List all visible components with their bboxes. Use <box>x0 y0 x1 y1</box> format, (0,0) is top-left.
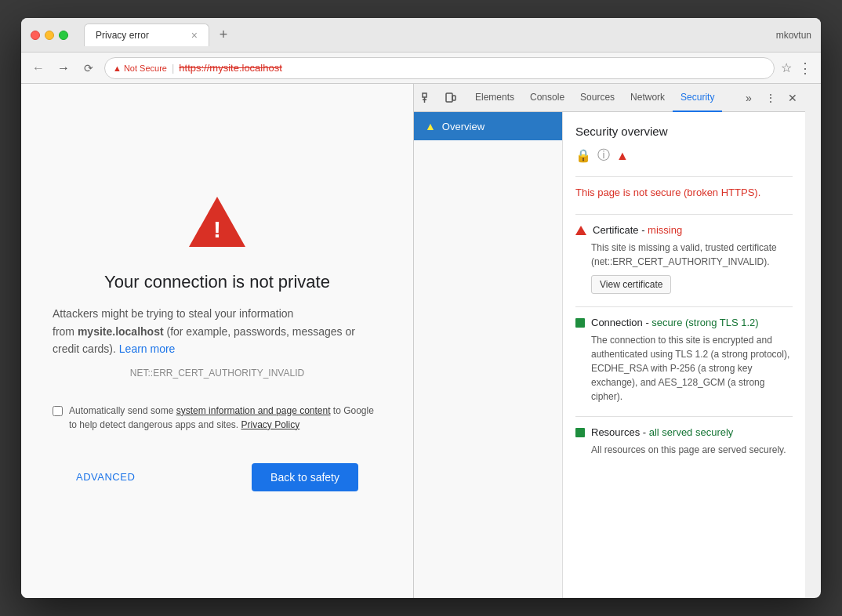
certificate-error-icon <box>575 226 586 235</box>
warning-icon: ▲ <box>616 149 629 163</box>
maximize-button[interactable] <box>59 31 68 40</box>
tab-sources[interactable]: Sources <box>572 84 622 112</box>
profile-name: mkovtun <box>776 30 811 41</box>
active-tab[interactable]: Privacy error × <box>84 24 209 46</box>
url-bar: ← → ⟳ ▲ Not Secure | https://mysite.loca… <box>21 53 821 84</box>
title-bar: Privacy error × + mkovtun <box>21 18 821 53</box>
browser-window: Privacy error × + mkovtun ← → ⟳ ▲ Not Se… <box>21 18 821 598</box>
divider-4 <box>575 416 793 417</box>
certificate-section: Certificate - missing This site is missi… <box>575 224 793 294</box>
info-checkbox[interactable] <box>53 406 63 416</box>
error-code: NET::ERR_CERT_AUTHORITY_INVALID <box>130 368 304 379</box>
checkbox-text: Automatically send some system informati… <box>69 404 382 432</box>
not-secure-label: Not Secure <box>124 63 167 73</box>
more-tabs-button[interactable]: » <box>739 89 758 107</box>
system-info-link[interactable]: system information and page content <box>176 405 331 416</box>
tab-close-button[interactable]: × <box>191 29 198 42</box>
button-row: ADVANCED Back to safety <box>76 463 358 491</box>
checkbox-label-1: Automatically send some <box>69 405 176 416</box>
connection-status: secure (strong TLS 1.2) <box>651 317 758 328</box>
svg-rect-2 <box>423 93 426 97</box>
tab-security[interactable]: Security <box>673 84 722 112</box>
error-domain: mysite.localhost <box>78 325 164 338</box>
tab-elements[interactable]: Elements <box>467 84 522 112</box>
inspect-element-icon[interactable] <box>417 88 437 108</box>
devtools-tabs: Elements Console Sources Network Securit… <box>414 84 805 112</box>
warning-triangle-icon: ▲ <box>113 63 122 73</box>
tab-console[interactable]: Console <box>522 84 572 112</box>
error-triangle-icon: ! <box>186 190 249 253</box>
learn-more-link[interactable]: Learn more <box>119 342 176 355</box>
resources-section: Resources - all served securely All reso… <box>575 426 793 457</box>
sidebar-item-overview[interactable]: ▲ Overview <box>414 112 562 140</box>
devtools-close-button[interactable]: ✕ <box>783 89 802 107</box>
overview-warning-icon: ▲ <box>425 120 436 132</box>
divider-1 <box>575 176 793 177</box>
device-toolbar-icon[interactable] <box>441 88 461 108</box>
error-description: Attackers might be trying to steal your … <box>53 305 382 357</box>
devtools-panel: Elements Console Sources Network Securit… <box>413 84 805 598</box>
tab-network[interactable]: Network <box>622 84 673 112</box>
back-button[interactable]: ← <box>29 59 48 78</box>
tab-bar: Privacy error × + <box>84 24 776 46</box>
advanced-button[interactable]: ADVANCED <box>76 471 135 483</box>
connection-ok-icon <box>575 318 585 328</box>
view-certificate-button[interactable]: View certificate <box>591 275 671 294</box>
security-warning: ▲ Not Secure <box>113 63 167 73</box>
bookmark-icon[interactable]: ☆ <box>781 60 792 75</box>
resources-status: all served securely <box>649 426 734 438</box>
resources-description: All resources on this page are served se… <box>591 443 793 457</box>
devtools-security-main: Security overview 🔒 ⓘ ▲ This page is not… <box>563 112 805 598</box>
devtools-body: ▲ Overview Security overview 🔒 ⓘ ▲ This … <box>414 112 805 598</box>
overview-label: Overview <box>442 121 485 132</box>
new-tab-button[interactable]: + <box>212 24 234 46</box>
refresh-button[interactable]: ⟳ <box>79 59 98 78</box>
traffic-lights <box>31 31 68 40</box>
connection-title: Connection - secure (strong TLS 1.2) <box>591 317 759 328</box>
divider-2 <box>575 214 793 215</box>
url-text: https://mysite.localhost <box>179 62 282 74</box>
certificate-title: Certificate - missing <box>593 224 682 236</box>
svg-rect-6 <box>452 96 455 100</box>
error-title: Your connection is not private <box>104 272 330 292</box>
checkbox-row: Automatically send some system informati… <box>53 404 382 432</box>
broken-https-text: This page is not secure (broken HTTPS). <box>575 187 793 198</box>
url-divider: | <box>172 62 174 74</box>
privacy-policy-link[interactable]: Privacy Policy <box>241 419 300 430</box>
svg-rect-5 <box>446 93 452 102</box>
resources-header: Resources - all served securely <box>575 426 793 438</box>
divider-3 <box>575 306 793 307</box>
connection-section: Connection - secure (strong TLS 1.2) The… <box>575 317 793 404</box>
main-content: ! Your connection is not private Attacke… <box>21 84 821 598</box>
page-error-content: ! Your connection is not private Attacke… <box>21 84 413 598</box>
devtools-tab-actions: » ⋮ ✕ <box>739 89 802 107</box>
svg-text:!: ! <box>213 216 221 242</box>
devtools-settings-button[interactable]: ⋮ <box>761 89 780 107</box>
menu-button[interactable]: ⋮ <box>798 60 813 77</box>
minimize-button[interactable] <box>45 31 54 40</box>
certificate-status: missing <box>648 224 682 236</box>
certificate-header: Certificate - missing <box>575 224 793 236</box>
forward-button[interactable]: → <box>54 59 73 78</box>
back-to-safety-button[interactable]: Back to safety <box>252 463 358 491</box>
connection-header: Connection - secure (strong TLS 1.2) <box>575 317 793 328</box>
devtools-icon-buttons <box>417 88 461 108</box>
certificate-description: This site is missing a valid, trusted ce… <box>591 241 793 269</box>
close-button[interactable] <box>31 31 40 40</box>
security-status-icons: 🔒 ⓘ ▲ <box>575 147 793 164</box>
address-bar[interactable]: ▲ Not Secure | https://mysite.localhost <box>104 57 775 79</box>
resources-ok-icon <box>575 428 585 437</box>
devtools-sidebar: ▲ Overview <box>414 112 563 598</box>
info-icon: ⓘ <box>597 147 610 164</box>
lock-icon: 🔒 <box>575 148 591 163</box>
resources-title: Resources - all served securely <box>591 426 733 438</box>
tab-title: Privacy error <box>96 30 149 41</box>
security-overview-title: Security overview <box>575 125 793 138</box>
connection-description: The connection to this site is encrypted… <box>591 333 793 404</box>
